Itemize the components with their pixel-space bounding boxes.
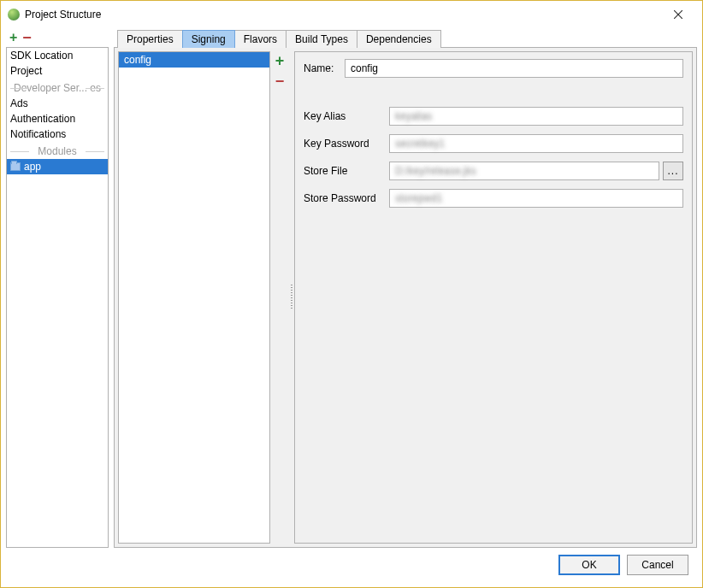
close-icon <box>674 10 682 19</box>
sidebar-item-ads[interactable]: Ads <box>7 96 108 111</box>
config-add-button[interactable]: + <box>275 53 285 68</box>
name-field[interactable]: config <box>345 59 683 78</box>
sidebar-module-app[interactable]: app <box>7 159 108 174</box>
folder-icon <box>10 162 21 171</box>
titlebar: Project Structure <box>1 1 702 28</box>
sidebar-remove-button[interactable]: − <box>22 30 32 45</box>
store-file-label: Store File <box>304 165 382 177</box>
name-label: Name: <box>304 62 338 74</box>
signing-config-list[interactable]: config <box>118 51 270 544</box>
window-title: Project Structure <box>25 9 661 21</box>
sidebar-list[interactable]: SDK Location Project Developer Ser... es… <box>6 47 109 548</box>
sidebar-item-authentication[interactable]: Authentication <box>7 111 108 126</box>
tab-properties[interactable]: Properties <box>117 30 183 48</box>
signing-form: Name: config Key Alias keyalias Key Pass… <box>294 51 693 544</box>
key-password-field[interactable]: secretkey1 <box>389 134 683 153</box>
signing-config-item[interactable]: config <box>119 52 269 68</box>
project-structure-dialog: Project Structure + − SDK Location Proje… <box>0 0 703 588</box>
store-password-field[interactable]: storepwd1 <box>389 189 683 208</box>
sidebar-item-notifications[interactable]: Notifications <box>7 126 108 142</box>
sidebar-header-developer-services: Developer Ser... es <box>7 82 108 94</box>
close-button[interactable] <box>661 3 695 26</box>
dialog-button-bar: OK Cancel <box>6 548 697 582</box>
store-password-label: Store Password <box>304 192 382 204</box>
ok-button[interactable]: OK <box>558 555 620 575</box>
key-alias-field[interactable]: keyalias <box>389 107 683 126</box>
store-file-browse-button[interactable]: ... <box>663 162 683 180</box>
sidebar-item-project[interactable]: Project <box>7 63 108 79</box>
tabs-row: Properties Signing Flavors Build Types D… <box>114 28 697 47</box>
key-password-label: Key Password <box>304 138 382 150</box>
tab-flavors[interactable]: Flavors <box>234 30 287 48</box>
tab-dependencies[interactable]: Dependencies <box>357 30 441 48</box>
cancel-button[interactable]: Cancel <box>627 555 688 575</box>
app-icon <box>8 9 20 21</box>
key-alias-label: Key Alias <box>304 110 382 122</box>
sidebar-item-sdk-location[interactable]: SDK Location <box>7 48 108 63</box>
sidebar-toolbar: + − <box>6 28 109 47</box>
config-remove-button[interactable]: − <box>275 74 285 89</box>
tab-build-types[interactable]: Build Types <box>286 30 357 48</box>
splitter-grip-icon <box>291 285 292 310</box>
tab-signing[interactable]: Signing <box>182 30 235 48</box>
sidebar-header-modules: Modules <box>7 145 108 157</box>
sidebar-module-label: app <box>24 161 41 173</box>
store-file-field[interactable]: D:/key/release.jks <box>389 162 659 180</box>
sidebar-add-button[interactable]: + <box>9 31 17 44</box>
